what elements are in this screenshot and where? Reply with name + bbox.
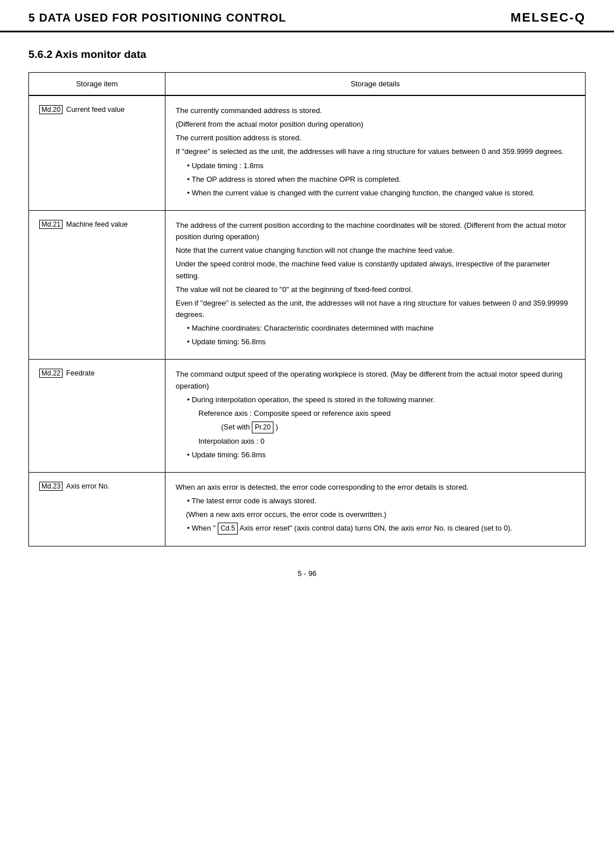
col-item-header: Storage item [29,73,165,96]
item-label: Md.20Current feed value [39,105,155,114]
code-reference: Cd.5 [218,523,238,535]
detail-bullet: The OP address is stored when the machin… [187,174,575,185]
detail-bullet: Update timing: 56.8ms [187,336,575,348]
table-row: Md.22FeedrateThe command output speed of… [29,360,586,472]
details-text: When an axis error is detected, the erro… [176,482,575,535]
item-code: Md.23 [39,482,63,491]
storage-item-cell: Md.20Current feed value [29,95,165,210]
detail-text: The value will not be cleared to "0" at … [176,284,575,295]
item-name: Axis error No. [66,482,109,490]
detail-indent: Interpolation axis : 0 [198,436,575,447]
detail-bullet: Machine coordinates: Characteristic coor… [187,323,575,334]
detail-text: If "degree" is selected as the unit, the… [176,146,575,157]
section-title: 5.6.2 Axis monitor data [0,32,614,72]
item-code: Md.20 [39,105,63,114]
storage-item-cell: Md.22Feedrate [29,360,165,472]
detail-bullet: When the current value is changed with t… [187,187,575,199]
details-text: The currently commanded address is store… [176,105,575,199]
detail-indent: Reference axis : Composite speed or refe… [198,408,575,419]
detail-text: Under the speed control mode, the machin… [176,258,575,281]
detail-bullet: Update timing : 1.8ms [187,160,575,172]
item-name: Machine feed value [66,220,127,228]
details-text: The command output speed of the operatin… [176,369,575,460]
detail-bullet: During interpolation operation, the spee… [187,394,575,406]
page: 5 DATA USED FOR POSITIONING CONTROL MELS… [0,0,614,868]
brand-title: MELSEC-Q [511,10,586,25]
detail-text: Note that the current value changing fun… [176,245,575,256]
item-label: Md.23Axis error No. [39,482,155,491]
page-number: 5 - 96 [297,569,316,578]
item-code: Md.22 [39,369,63,378]
table-row: Md.21Machine feed valueThe address of th… [29,210,586,359]
detail-bullet-code: When " Cd.5 Axis error reset" (axis cont… [187,523,575,535]
code-reference: Pr.20 [252,422,273,433]
storage-details-cell: The address of the current position acco… [165,210,586,359]
item-label: Md.21Machine feed value [39,220,155,229]
detail-text: (Different from the actual motor positio… [176,119,575,130]
table-row: Md.20Current feed valueThe currently com… [29,95,586,210]
page-footer: 5 - 96 [0,546,614,589]
page-header: 5 DATA USED FOR POSITIONING CONTROL MELS… [0,0,614,32]
detail-text: Even if "degree" is selected as the unit… [176,298,575,320]
item-name: Feedrate [66,369,94,377]
storage-details-cell: When an axis error is detected, the erro… [165,472,586,546]
detail-text: The command output speed of the operatin… [176,369,575,391]
storage-details-cell: The currently commanded address is store… [165,95,586,210]
col-details-header: Storage details [165,73,586,96]
detail-text: When an axis error is detected, the erro… [176,482,575,493]
item-name: Current feed value [66,106,125,114]
detail-text: The current position address is stored. [176,132,575,144]
table-row: Md.23Axis error No.When an axis error is… [29,472,586,546]
storage-details-cell: The command output speed of the operatin… [165,360,586,472]
detail-indent2: (Set with Pr.20 ) [221,422,575,433]
data-table: Storage item Storage details Md.20Curren… [28,72,586,546]
item-label: Md.22Feedrate [39,369,155,378]
detail-text-indent: (When a new axis error occurs, the error… [186,509,575,520]
chapter-title: 5 DATA USED FOR POSITIONING CONTROL [28,11,287,24]
detail-text: The currently commanded address is store… [176,105,575,116]
detail-text: The address of the current position acco… [176,220,575,243]
details-text: The address of the current position acco… [176,220,575,348]
item-code: Md.21 [39,220,63,229]
detail-bullet: The latest error code is always stored. [187,495,575,507]
storage-item-cell: Md.21Machine feed value [29,210,165,359]
detail-bullet: Update timing: 56.8ms [187,449,575,461]
storage-item-cell: Md.23Axis error No. [29,472,165,546]
